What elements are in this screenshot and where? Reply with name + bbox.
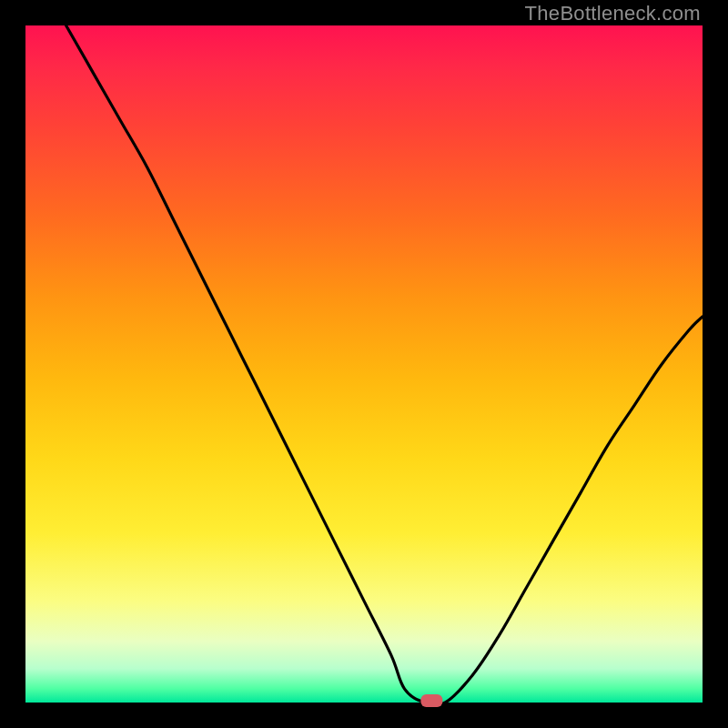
chart-frame: TheBottleneck.com bbox=[0, 0, 728, 728]
optimal-marker bbox=[420, 694, 442, 707]
curve-layer bbox=[25, 25, 703, 703]
attribution-label: TheBottleneck.com bbox=[525, 2, 701, 25]
plot-area bbox=[25, 25, 703, 703]
bottleneck-curve bbox=[66, 25, 703, 705]
